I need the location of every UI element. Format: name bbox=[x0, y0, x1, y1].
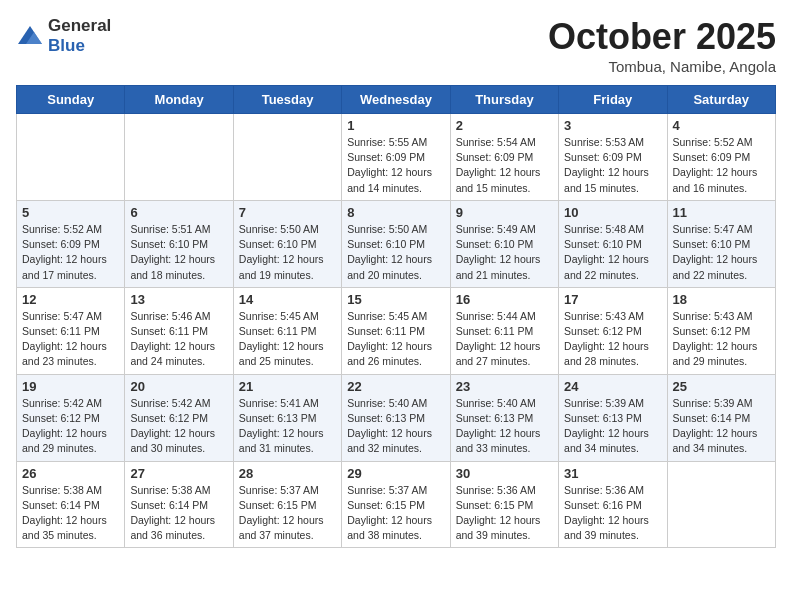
week-row-2: 5Sunrise: 5:52 AM Sunset: 6:09 PM Daylig… bbox=[17, 200, 776, 287]
day-info: Sunrise: 5:50 AM Sunset: 6:10 PM Dayligh… bbox=[239, 222, 336, 283]
week-row-1: 1Sunrise: 5:55 AM Sunset: 6:09 PM Daylig… bbox=[17, 114, 776, 201]
calendar-cell: 15Sunrise: 5:45 AM Sunset: 6:11 PM Dayli… bbox=[342, 287, 450, 374]
day-info: Sunrise: 5:52 AM Sunset: 6:09 PM Dayligh… bbox=[673, 135, 770, 196]
day-info: Sunrise: 5:36 AM Sunset: 6:15 PM Dayligh… bbox=[456, 483, 553, 544]
day-number: 31 bbox=[564, 466, 661, 481]
day-number: 21 bbox=[239, 379, 336, 394]
calendar-cell: 13Sunrise: 5:46 AM Sunset: 6:11 PM Dayli… bbox=[125, 287, 233, 374]
day-number: 15 bbox=[347, 292, 444, 307]
day-info: Sunrise: 5:46 AM Sunset: 6:11 PM Dayligh… bbox=[130, 309, 227, 370]
calendar-cell: 27Sunrise: 5:38 AM Sunset: 6:14 PM Dayli… bbox=[125, 461, 233, 548]
day-info: Sunrise: 5:45 AM Sunset: 6:11 PM Dayligh… bbox=[239, 309, 336, 370]
day-info: Sunrise: 5:43 AM Sunset: 6:12 PM Dayligh… bbox=[673, 309, 770, 370]
day-number: 6 bbox=[130, 205, 227, 220]
calendar-cell: 10Sunrise: 5:48 AM Sunset: 6:10 PM Dayli… bbox=[559, 200, 667, 287]
page-header: General Blue October 2025 Tombua, Namibe… bbox=[16, 16, 776, 75]
day-info: Sunrise: 5:40 AM Sunset: 6:13 PM Dayligh… bbox=[347, 396, 444, 457]
calendar-cell: 30Sunrise: 5:36 AM Sunset: 6:15 PM Dayli… bbox=[450, 461, 558, 548]
logo: General Blue bbox=[16, 16, 111, 56]
logo-blue: Blue bbox=[48, 36, 85, 55]
calendar-cell: 28Sunrise: 5:37 AM Sunset: 6:15 PM Dayli… bbox=[233, 461, 341, 548]
calendar-cell: 20Sunrise: 5:42 AM Sunset: 6:12 PM Dayli… bbox=[125, 374, 233, 461]
day-number: 3 bbox=[564, 118, 661, 133]
day-number: 7 bbox=[239, 205, 336, 220]
calendar-cell: 18Sunrise: 5:43 AM Sunset: 6:12 PM Dayli… bbox=[667, 287, 775, 374]
day-info: Sunrise: 5:54 AM Sunset: 6:09 PM Dayligh… bbox=[456, 135, 553, 196]
day-number: 10 bbox=[564, 205, 661, 220]
day-info: Sunrise: 5:48 AM Sunset: 6:10 PM Dayligh… bbox=[564, 222, 661, 283]
day-number: 9 bbox=[456, 205, 553, 220]
weekday-header-row: SundayMondayTuesdayWednesdayThursdayFrid… bbox=[17, 86, 776, 114]
calendar-cell: 17Sunrise: 5:43 AM Sunset: 6:12 PM Dayli… bbox=[559, 287, 667, 374]
weekday-header-sunday: Sunday bbox=[17, 86, 125, 114]
day-number: 13 bbox=[130, 292, 227, 307]
week-row-5: 26Sunrise: 5:38 AM Sunset: 6:14 PM Dayli… bbox=[17, 461, 776, 548]
day-number: 16 bbox=[456, 292, 553, 307]
day-info: Sunrise: 5:51 AM Sunset: 6:10 PM Dayligh… bbox=[130, 222, 227, 283]
day-info: Sunrise: 5:37 AM Sunset: 6:15 PM Dayligh… bbox=[347, 483, 444, 544]
weekday-header-monday: Monday bbox=[125, 86, 233, 114]
calendar-cell bbox=[233, 114, 341, 201]
day-info: Sunrise: 5:41 AM Sunset: 6:13 PM Dayligh… bbox=[239, 396, 336, 457]
calendar-table: SundayMondayTuesdayWednesdayThursdayFrid… bbox=[16, 85, 776, 548]
day-number: 24 bbox=[564, 379, 661, 394]
weekday-header-saturday: Saturday bbox=[667, 86, 775, 114]
day-number: 8 bbox=[347, 205, 444, 220]
day-number: 22 bbox=[347, 379, 444, 394]
day-number: 25 bbox=[673, 379, 770, 394]
calendar-cell: 9Sunrise: 5:49 AM Sunset: 6:10 PM Daylig… bbox=[450, 200, 558, 287]
day-number: 26 bbox=[22, 466, 119, 481]
weekday-header-tuesday: Tuesday bbox=[233, 86, 341, 114]
weekday-header-thursday: Thursday bbox=[450, 86, 558, 114]
day-info: Sunrise: 5:39 AM Sunset: 6:14 PM Dayligh… bbox=[673, 396, 770, 457]
month-title: October 2025 bbox=[548, 16, 776, 58]
day-info: Sunrise: 5:36 AM Sunset: 6:16 PM Dayligh… bbox=[564, 483, 661, 544]
calendar-cell bbox=[667, 461, 775, 548]
day-info: Sunrise: 5:44 AM Sunset: 6:11 PM Dayligh… bbox=[456, 309, 553, 370]
weekday-header-wednesday: Wednesday bbox=[342, 86, 450, 114]
day-info: Sunrise: 5:40 AM Sunset: 6:13 PM Dayligh… bbox=[456, 396, 553, 457]
day-number: 29 bbox=[347, 466, 444, 481]
week-row-4: 19Sunrise: 5:42 AM Sunset: 6:12 PM Dayli… bbox=[17, 374, 776, 461]
day-info: Sunrise: 5:53 AM Sunset: 6:09 PM Dayligh… bbox=[564, 135, 661, 196]
calendar-cell: 26Sunrise: 5:38 AM Sunset: 6:14 PM Dayli… bbox=[17, 461, 125, 548]
calendar-cell: 4Sunrise: 5:52 AM Sunset: 6:09 PM Daylig… bbox=[667, 114, 775, 201]
day-number: 20 bbox=[130, 379, 227, 394]
calendar-cell: 12Sunrise: 5:47 AM Sunset: 6:11 PM Dayli… bbox=[17, 287, 125, 374]
day-number: 19 bbox=[22, 379, 119, 394]
day-number: 14 bbox=[239, 292, 336, 307]
day-number: 28 bbox=[239, 466, 336, 481]
day-info: Sunrise: 5:47 AM Sunset: 6:10 PM Dayligh… bbox=[673, 222, 770, 283]
calendar-cell: 6Sunrise: 5:51 AM Sunset: 6:10 PM Daylig… bbox=[125, 200, 233, 287]
calendar-cell: 11Sunrise: 5:47 AM Sunset: 6:10 PM Dayli… bbox=[667, 200, 775, 287]
week-row-3: 12Sunrise: 5:47 AM Sunset: 6:11 PM Dayli… bbox=[17, 287, 776, 374]
day-info: Sunrise: 5:38 AM Sunset: 6:14 PM Dayligh… bbox=[130, 483, 227, 544]
calendar-cell: 14Sunrise: 5:45 AM Sunset: 6:11 PM Dayli… bbox=[233, 287, 341, 374]
calendar-cell: 22Sunrise: 5:40 AM Sunset: 6:13 PM Dayli… bbox=[342, 374, 450, 461]
logo-icon bbox=[16, 24, 44, 48]
day-number: 23 bbox=[456, 379, 553, 394]
day-number: 4 bbox=[673, 118, 770, 133]
day-info: Sunrise: 5:55 AM Sunset: 6:09 PM Dayligh… bbox=[347, 135, 444, 196]
day-number: 18 bbox=[673, 292, 770, 307]
calendar-cell: 5Sunrise: 5:52 AM Sunset: 6:09 PM Daylig… bbox=[17, 200, 125, 287]
day-number: 1 bbox=[347, 118, 444, 133]
calendar-cell: 21Sunrise: 5:41 AM Sunset: 6:13 PM Dayli… bbox=[233, 374, 341, 461]
day-number: 17 bbox=[564, 292, 661, 307]
day-number: 5 bbox=[22, 205, 119, 220]
day-info: Sunrise: 5:50 AM Sunset: 6:10 PM Dayligh… bbox=[347, 222, 444, 283]
calendar-cell: 25Sunrise: 5:39 AM Sunset: 6:14 PM Dayli… bbox=[667, 374, 775, 461]
day-number: 12 bbox=[22, 292, 119, 307]
location-subtitle: Tombua, Namibe, Angola bbox=[548, 58, 776, 75]
day-info: Sunrise: 5:52 AM Sunset: 6:09 PM Dayligh… bbox=[22, 222, 119, 283]
day-info: Sunrise: 5:39 AM Sunset: 6:13 PM Dayligh… bbox=[564, 396, 661, 457]
day-number: 30 bbox=[456, 466, 553, 481]
day-info: Sunrise: 5:45 AM Sunset: 6:11 PM Dayligh… bbox=[347, 309, 444, 370]
calendar-cell: 7Sunrise: 5:50 AM Sunset: 6:10 PM Daylig… bbox=[233, 200, 341, 287]
calendar-cell bbox=[17, 114, 125, 201]
weekday-header-friday: Friday bbox=[559, 86, 667, 114]
day-info: Sunrise: 5:38 AM Sunset: 6:14 PM Dayligh… bbox=[22, 483, 119, 544]
calendar-cell bbox=[125, 114, 233, 201]
calendar-cell: 2Sunrise: 5:54 AM Sunset: 6:09 PM Daylig… bbox=[450, 114, 558, 201]
day-info: Sunrise: 5:49 AM Sunset: 6:10 PM Dayligh… bbox=[456, 222, 553, 283]
